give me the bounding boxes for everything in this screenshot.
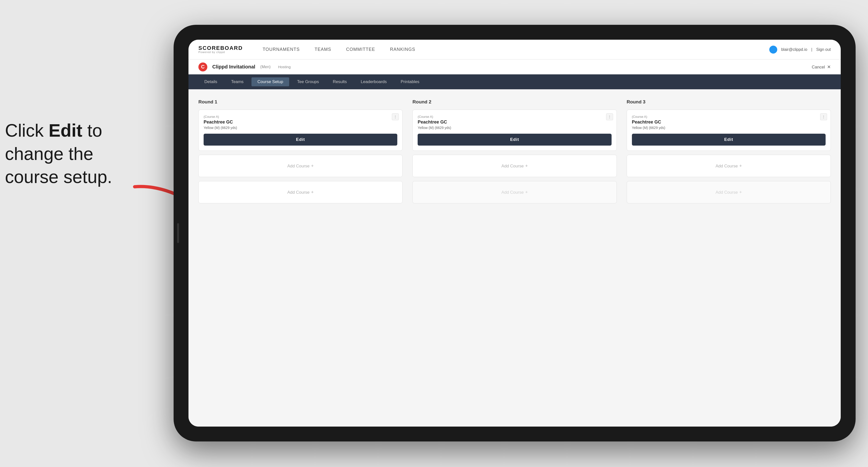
tournament-status: Hosting: [278, 65, 291, 69]
logo-main-text: SCOREBOARD: [198, 45, 243, 51]
round-3-course-label: (Course A): [632, 115, 826, 119]
nav-committee[interactable]: COMMITTEE: [346, 46, 375, 53]
round-1-card-menu-icon[interactable]: ⋮: [392, 113, 399, 120]
tab-printables[interactable]: Printables: [395, 77, 426, 86]
round-3-course-name: Peachtree GC: [632, 120, 826, 125]
annotation-bold: Edit: [49, 121, 82, 141]
round-1-add-course-2[interactable]: Add Course+: [198, 181, 403, 204]
tournament-logo: C: [198, 62, 207, 71]
tablet-screen: SCOREBOARD Powered by clippd TOURNAMENTS…: [188, 40, 841, 427]
round-3-title: Round 3: [627, 99, 831, 105]
round-2-add-course-2-text: Add Course+: [501, 190, 528, 195]
round-3-add-course-2: Add Course+: [627, 181, 831, 204]
user-email: blair@clippd.io: [781, 48, 807, 52]
round-1-course-label: (Course A): [204, 115, 397, 119]
round-3-card-menu-icon[interactable]: ⋮: [820, 113, 827, 120]
annotation-before: Click: [5, 121, 49, 141]
round-1-add-course-2-text: Add Course+: [287, 190, 314, 195]
round-1-plus-icon-1: +: [311, 163, 314, 168]
round-3-add-course-1[interactable]: Add Course+: [627, 155, 831, 177]
logo-sub-text: Powered by clippd: [198, 51, 243, 54]
main-content: Round 1 (Course A) Peachtree GC Yellow (…: [188, 89, 841, 427]
user-avatar: [769, 45, 777, 54]
round-2-add-course-1-text: Add Course+: [501, 163, 528, 169]
tab-details[interactable]: Details: [198, 77, 223, 86]
round-1-edit-button[interactable]: Edit: [204, 134, 397, 146]
tab-teams[interactable]: Teams: [225, 77, 249, 86]
round-2-course-card: (Course A) Peachtree GC Yellow (M) (6629…: [412, 110, 617, 151]
tablet-side-button: [177, 223, 179, 243]
tablet-frame: SCOREBOARD Powered by clippd TOURNAMENTS…: [174, 25, 856, 441]
tournament-gender: (Men): [260, 65, 271, 69]
round-2-add-course-1[interactable]: Add Course+: [412, 155, 617, 177]
round-1-course-card: (Course A) Peachtree GC Yellow (M) (6629…: [198, 110, 403, 151]
cancel-label: Cancel: [812, 65, 825, 69]
sign-out-link[interactable]: Sign out: [816, 48, 831, 52]
tabs-bar: Details Teams Course Setup Tee Groups Re…: [188, 74, 841, 89]
round-2-column: Round 2 (Course A) Peachtree GC Yellow (…: [412, 99, 617, 207]
round-3-add-course-2-text: Add Course+: [715, 190, 742, 195]
nav-right: blair@clippd.io | Sign out: [769, 45, 831, 54]
rounds-grid: Round 1 (Course A) Peachtree GC Yellow (…: [198, 99, 831, 207]
round-3-column: Round 3 (Course A) Peachtree GC Yellow (…: [627, 99, 831, 207]
round-3-plus-icon-2: +: [739, 190, 742, 195]
round-3-course-card: (Course A) Peachtree GC Yellow (M) (6629…: [627, 110, 831, 151]
nav-rankings[interactable]: RANKINGS: [390, 46, 415, 53]
tab-results[interactable]: Results: [327, 77, 353, 86]
round-1-column: Round 1 (Course A) Peachtree GC Yellow (…: [198, 99, 403, 207]
cancel-button[interactable]: Cancel ✕: [812, 64, 831, 70]
round-2-add-course-2: Add Course+: [412, 181, 617, 204]
round-2-edit-button[interactable]: Edit: [417, 134, 611, 146]
tab-course-setup[interactable]: Course Setup: [251, 77, 289, 86]
round-1-plus-icon-2: +: [311, 190, 314, 195]
round-3-add-course-1-text: Add Course+: [715, 163, 742, 169]
round-2-title: Round 2: [412, 99, 617, 105]
scoreboard-logo: SCOREBOARD Powered by clippd: [198, 45, 243, 54]
nav-tournaments[interactable]: TOURNAMENTS: [262, 46, 300, 53]
top-nav: SCOREBOARD Powered by clippd TOURNAMENTS…: [188, 40, 841, 60]
tab-leaderboards[interactable]: Leaderboards: [355, 77, 393, 86]
round-2-course-details: Yellow (M) (6629 yds): [417, 126, 611, 130]
tournament-name: Clippd Invitational: [212, 64, 255, 70]
round-1-title: Round 1: [198, 99, 403, 105]
round-2-plus-icon-1: +: [525, 163, 528, 168]
round-2-plus-icon-2: +: [525, 190, 528, 195]
round-2-course-name: Peachtree GC: [417, 120, 611, 125]
nav-teams[interactable]: TEAMS: [315, 46, 331, 53]
tournament-bar: C Clippd Invitational (Men) Hosting Canc…: [188, 60, 841, 74]
tab-tee-groups[interactable]: Tee Groups: [291, 77, 325, 86]
annotation-text: Click Edit tochange thecourse setup.: [5, 119, 134, 189]
round-1-add-course-1[interactable]: Add Course+: [198, 155, 403, 177]
round-1-add-course-1-text: Add Course+: [287, 163, 314, 169]
round-3-course-details: Yellow (M) (6629 yds): [632, 126, 826, 130]
round-1-course-name: Peachtree GC: [204, 120, 397, 125]
cancel-icon: ✕: [827, 64, 831, 69]
round-2-course-label: (Course A): [417, 115, 611, 119]
round-1-course-details: Yellow (M) (6629 yds): [204, 126, 397, 130]
round-2-card-menu-icon[interactable]: ⋮: [606, 113, 613, 120]
round-3-edit-button[interactable]: Edit: [632, 134, 826, 146]
nav-separator: |: [811, 48, 812, 52]
round-3-plus-icon-1: +: [739, 163, 742, 168]
